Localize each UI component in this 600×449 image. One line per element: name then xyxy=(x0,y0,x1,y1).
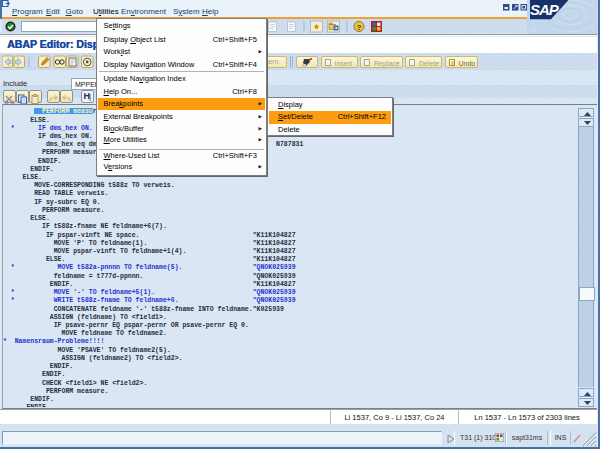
svg-text:?: ? xyxy=(357,23,362,32)
